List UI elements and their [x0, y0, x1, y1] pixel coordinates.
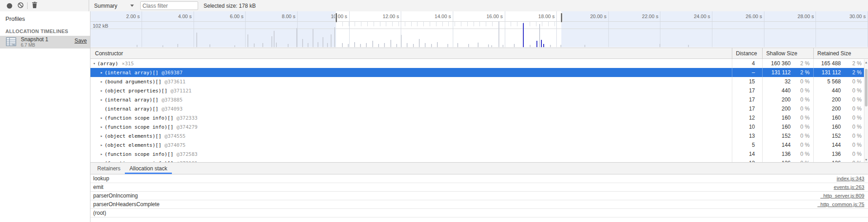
selection-left-handle[interactable] [335, 13, 337, 23]
allocation-bar [431, 44, 432, 47]
object-id: @372583 [176, 151, 197, 157]
collapsed-arrow-icon[interactable]: ▸ [99, 70, 104, 75]
shallow-size-cell: 1360 % [762, 150, 813, 159]
constructor-row[interactable]: ▾(array)×3154160 3602 %165 4882 % [90, 59, 868, 68]
constructor-row[interactable]: ▸(function scope info)[]@374279101600 %1… [90, 122, 868, 131]
shallow-size-percent: 0 % [791, 133, 813, 139]
allocation-bar [342, 43, 343, 47]
ruler-tick [474, 21, 474, 26]
ruler-tick [355, 21, 355, 26]
ruler-label: 6.00 s [213, 14, 243, 19]
grid-scrollbar[interactable]: ▲ ▼ [864, 59, 868, 162]
allocation-bar [543, 44, 544, 47]
collapsed-arrow-icon[interactable]: ▸ [99, 79, 104, 84]
expanded-arrow-icon[interactable]: ▾ [91, 61, 97, 66]
stack-frame-source-link[interactable]: events.js:263 [834, 184, 868, 190]
allocation-bar [659, 44, 660, 47]
ruler-tick [555, 21, 555, 26]
constructor-row[interactable]: ▸(bound arguments)[]@37361115320 %5 5680… [90, 77, 868, 86]
constructor-name: (object elements)[] [104, 142, 161, 148]
ruler-tick [430, 21, 430, 26]
scrollbar-thumb[interactable] [865, 69, 868, 106]
allocation-bar [177, 44, 178, 47]
row-indent [90, 72, 99, 73]
retained-size-value: 200 [814, 97, 841, 103]
class-filter-input[interactable] [140, 1, 198, 10]
shallow-size-cell: 131 1122 % [762, 68, 813, 77]
collapsed-arrow-icon[interactable]: ▸ [99, 88, 104, 93]
collapsed-arrow-icon[interactable]: ▸ [99, 116, 104, 120]
collapsed-arrow-icon[interactable]: ▸ [99, 152, 104, 156]
allocation-timeline-overview[interactable]: 2.00 s4.00 s6.00 s8.00 s10.00 s12.00 s14… [90, 11, 868, 48]
constructor-name: (object properties)[] [104, 88, 167, 94]
column-header-shallow-size[interactable]: Shallow Size [762, 48, 813, 58]
column-header-retained-size[interactable]: Retained Size [813, 48, 868, 58]
constructor-name: (object elements)[] [104, 133, 161, 139]
allocation-bar [419, 39, 420, 47]
allocation-bar [327, 43, 328, 47]
column-header-distance[interactable]: Distance [732, 48, 762, 58]
distance-cell: 5 [732, 140, 762, 150]
allocation-bar [437, 42, 438, 47]
ruler-tick [548, 21, 549, 26]
snapshot-info: Snapshot 1 6.7 MB [21, 37, 48, 48]
snapshot-save-link[interactable]: Save [75, 38, 87, 44]
collapsed-arrow-icon[interactable]: ▸ [99, 97, 104, 102]
record-button[interactable] [4, 0, 15, 11]
allocation-timelines-section: ALLOCATION TIMELINES [0, 22, 90, 36]
collapsed-arrow-icon[interactable]: ▸ [99, 134, 104, 138]
allocation-bar [396, 44, 397, 47]
allocation-bar [530, 45, 531, 47]
profiles-sidebar: Profiles ALLOCATION TIMELINES % Snapshot… [0, 11, 90, 222]
allocation-bar [514, 44, 515, 47]
object-id: @374093 [161, 106, 182, 112]
allocation-bar [276, 43, 277, 47]
constructor-cell: ▸(function scope info)[]@372333 [90, 115, 732, 121]
constructor-row[interactable]: (internal array)[]@374093172000 %2000 % [90, 104, 868, 113]
stack-frame-source-link[interactable]: index.js:343 [837, 176, 868, 181]
ruler-label: 22.00 s [627, 14, 658, 19]
selection-right-handle[interactable] [560, 13, 563, 23]
distance-cell: 15 [732, 77, 762, 86]
retained-size-value: 136 [814, 151, 841, 157]
delete-profile-button[interactable] [29, 0, 40, 11]
tab-retainers[interactable]: Retainers [93, 163, 125, 174]
allocation-bar [137, 45, 138, 47]
scroll-down-icon[interactable]: ▼ [864, 158, 868, 161]
constructor-row[interactable]: ▸(internal array)[]@369387–131 1122 %131… [90, 68, 868, 77]
shallow-size-cell: 1360 % [762, 159, 813, 162]
retained-size-value: 160 [814, 115, 841, 121]
constructor-row[interactable]: ▸(object properties)[]@371121174400 %440… [90, 86, 868, 95]
distance-cell: 17 [732, 95, 762, 104]
column-header-constructor[interactable]: Constructor [90, 48, 732, 58]
timeline-gridline [608, 11, 609, 47]
allocation-bar [162, 45, 163, 47]
record-icon [7, 3, 12, 9]
collapsed-arrow-icon[interactable]: ▸ [99, 143, 104, 147]
constructor-row[interactable]: ▸(internal array)[]@373885172000 %2000 % [90, 95, 868, 104]
stack-frame-source-link[interactable]: _http_server.js:809 [821, 193, 868, 198]
scroll-up-icon[interactable]: ▲ [864, 61, 868, 64]
ruler-label: 30.00 s [835, 14, 866, 19]
snapshot-item[interactable]: % Snapshot 1 6.7 MB Save [0, 36, 90, 48]
constructor-row[interactable]: ▸(function scope info)[]@372583141360 %1… [90, 150, 868, 159]
constructor-row[interactable]: ▸(object elements)[]@374555131520 %1520 … [90, 131, 868, 140]
ruler-label: 4.00 s [161, 14, 192, 19]
allocation-bar [302, 39, 303, 47]
constructor-name: (function scope info)[] [104, 151, 173, 157]
row-indent [90, 136, 99, 136]
ruler-tick [511, 21, 511, 26]
constructor-row[interactable]: ▸(function scope info)[]@373181131360 %1… [90, 159, 868, 162]
tab-allocation-stack[interactable]: Allocation stack [125, 163, 171, 174]
constructor-row[interactable]: ▸(function scope info)[]@372333121600 %1… [90, 113, 868, 122]
stack-frame-source-link[interactable]: _http_common.js:75 [817, 202, 868, 207]
instance-count: ×315 [122, 61, 134, 67]
perspective-select[interactable]: Summary [89, 0, 138, 11]
allocation-bar [334, 27, 335, 47]
row-indent [90, 154, 99, 154]
constructor-row[interactable]: ▸(object elements)[]@37407551440 %1440 % [90, 140, 868, 150]
collapsed-arrow-icon[interactable]: ▸ [99, 125, 104, 129]
allocation-bar [478, 43, 479, 47]
clear-button[interactable] [15, 0, 26, 11]
allocation-bar [550, 45, 551, 47]
